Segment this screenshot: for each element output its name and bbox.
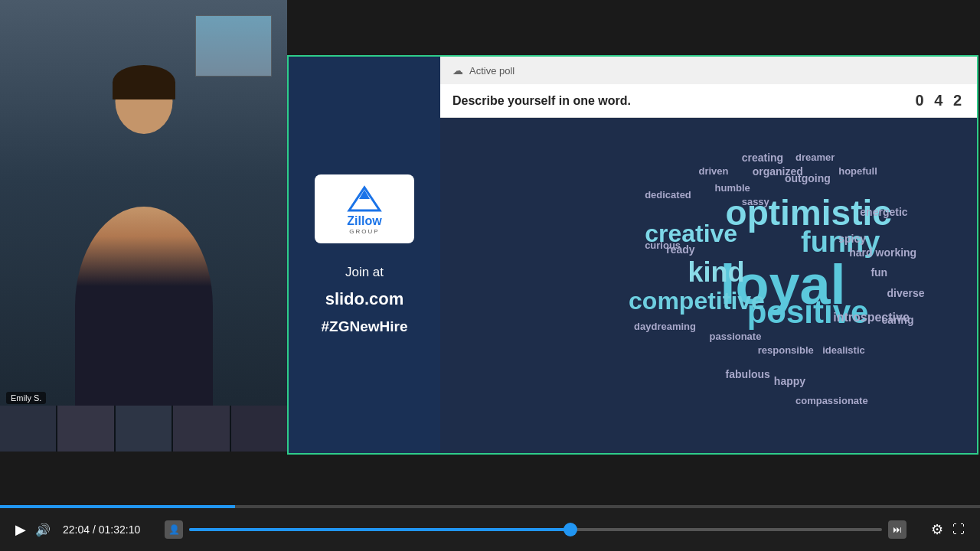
- word-passionate: passionate: [710, 331, 762, 342]
- zillow-logo-icon: [345, 184, 384, 214]
- word-energetic: energetic: [860, 206, 907, 218]
- time-display: 22:04 / 01:32:10: [63, 523, 140, 536]
- settings-button[interactable]: ⚙: [931, 521, 943, 538]
- poll-question-bar: Describe yourself in one word. 0 4 2: [440, 84, 977, 118]
- word-humble: humble: [715, 182, 750, 194]
- word-sassy: sassy: [742, 196, 769, 207]
- thumbnail-strip: [0, 406, 287, 452]
- seekbar-container[interactable]: 👤 ⏭: [165, 520, 906, 539]
- word-spicy: spicy: [838, 233, 866, 245]
- join-hashtag: #ZGNewHire: [322, 318, 408, 335]
- participant-icon: 👤: [165, 520, 183, 539]
- word-responsible: responsible: [758, 344, 814, 356]
- seek-fill: [189, 528, 570, 531]
- thumb-5: [231, 406, 287, 452]
- word-compassionate: compassionate: [795, 395, 868, 406]
- main-video: [0, 0, 287, 452]
- word-cloud-area: loyaloptimisticfunnypositivecreativecomp…: [440, 118, 977, 453]
- word-fabulous: fabulous: [726, 368, 770, 380]
- slido-header: ☁ Active poll: [440, 57, 977, 84]
- seek-thumb[interactable]: [564, 523, 577, 536]
- poll-question: Describe yourself in one word.: [452, 94, 631, 108]
- active-poll-label: Active poll: [469, 65, 514, 77]
- word-competitive: competitive: [629, 287, 765, 315]
- slido-panel: ☁ Active poll Describe yourself in one w…: [440, 55, 978, 455]
- word-organized: organized: [753, 165, 803, 178]
- zillow-group: GROUP: [349, 228, 379, 235]
- zillow-name: Zillow: [347, 214, 381, 228]
- word-driven: driven: [698, 165, 728, 177]
- slido-url: slido.com: [325, 289, 404, 309]
- word-happy: happy: [774, 375, 805, 387]
- control-bar: ▶ 🔊 22:04 / 01:32:10 👤 ⏭ ⚙ ⛶: [0, 508, 980, 551]
- thumb-1: [0, 406, 56, 452]
- word-dedicated: dedicated: [645, 189, 691, 201]
- word-curious: curious: [645, 240, 681, 251]
- speaker-name: Emily S.: [6, 392, 46, 404]
- zillow-logo: Zillow GROUP: [315, 174, 414, 243]
- poll-counter: 0 4 2: [916, 92, 965, 109]
- play-button[interactable]: ▶: [15, 521, 26, 538]
- join-text: Join at: [345, 265, 384, 280]
- thumb-2: [57, 406, 113, 452]
- word-dreamer: dreamer: [795, 152, 835, 163]
- word-caring: caring: [881, 314, 913, 326]
- thumb-4: [173, 406, 229, 452]
- word-hard-working: hard working: [849, 246, 916, 259]
- word-daydreaming: daydreaming: [634, 321, 696, 332]
- volume-button[interactable]: 🔊: [35, 523, 51, 537]
- word-kind: kind: [688, 256, 744, 289]
- seek-bar[interactable]: [189, 528, 882, 531]
- thumb-3: [116, 406, 172, 452]
- word-idealistic: idealistic: [822, 344, 865, 356]
- word-creating: creating: [742, 152, 783, 164]
- next-icon[interactable]: ⏭: [888, 520, 906, 539]
- word-fun: fun: [871, 266, 887, 279]
- video-area: Emily S.: [0, 0, 287, 452]
- cloud-icon: ☁: [452, 64, 463, 77]
- fullscreen-button[interactable]: ⛶: [952, 523, 965, 536]
- word-hopefull: hopefull: [838, 165, 877, 177]
- word-diverse: diverse: [887, 287, 924, 299]
